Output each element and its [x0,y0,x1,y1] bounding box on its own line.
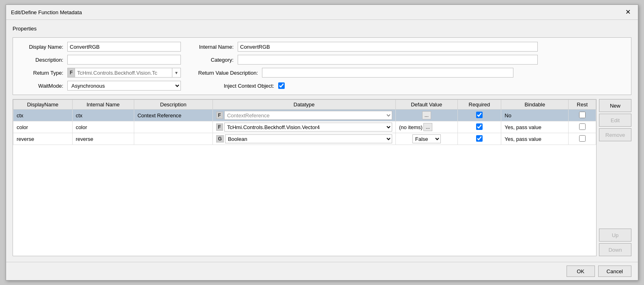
table-area: DisplayName Internal Name Description Da… [13,99,631,256]
inject-context-label: Inject Context Object: [201,83,274,89]
col-required: Required [457,100,501,110]
bindable-text: No [504,112,511,119]
remove-button[interactable]: Remove [599,128,631,141]
cell-display-name: ctx [13,110,73,121]
return-type-label: Return Type: [19,70,63,76]
cell-required [457,110,501,121]
side-buttons: New Edit Remove Up Down [599,99,631,256]
bindable-text: Yes, pass value [504,124,541,130]
title-bar: Edit/Define Function Metadata ✕ [6,5,638,20]
properties-group: Display Name: Internal Name: Description… [13,37,631,95]
col-datatype: Datatype [213,100,395,110]
cell-default-value: ... [396,110,458,121]
cell-display-name: color [13,121,73,133]
cell-datatype: F TcHmi.Controls.Beckhoff.Vision.Vector4 [213,121,395,133]
col-default-value: Default Value [396,100,458,110]
dt-badge: F [216,112,223,119]
dt-select[interactable]: TcHmi.Controls.Beckhoff.Vision.Vector4 [224,123,392,132]
close-button[interactable]: ✕ [623,8,633,16]
bindable-text: Yes, pass value [504,136,541,142]
defval-select[interactable]: False True [412,134,441,143]
cell-rest [569,121,596,133]
return-type-text: TcHmi.Controls.Beckhoff.Vision.Tc [75,69,172,77]
dialog-footer: OK Cancel [6,262,638,280]
required-checkbox[interactable] [476,123,483,130]
description-input[interactable] [67,55,181,65]
col-internal-name: Internal Name [72,100,134,110]
defval-text: (no items) [399,124,423,130]
new-button[interactable]: New [599,99,631,112]
edit-button[interactable]: Edit [599,114,631,127]
props-row-3: Return Type: F TcHmi.Controls.Beckhoff.V… [19,68,625,78]
rest-checkbox[interactable] [579,112,586,118]
cell-bindable: Yes, pass value [501,133,569,145]
cell-datatype: F ContextReference [213,110,395,121]
description-label: Description: [19,57,63,63]
table-row[interactable]: ctx ctx Context Reference F ContextRefer… [13,110,596,121]
parameters-table: DisplayName Internal Name Description Da… [13,99,596,145]
required-checkbox[interactable] [476,112,483,118]
display-name-input[interactable] [67,42,181,52]
rest-checkbox[interactable] [579,123,586,130]
up-button[interactable]: Up [599,229,631,242]
dt-select[interactable]: ContextReference [224,111,392,120]
dt-badge: G [216,135,224,142]
cell-bindable: No [501,110,569,121]
table-row[interactable]: color color F TcHmi.Controls.Beckhoff.Vi… [13,121,596,133]
return-type-dropdown-arrow[interactable]: ▼ [172,68,180,77]
wait-mode-select[interactable]: Asynchronous Synchronous [67,81,181,91]
internal-name-input[interactable] [238,42,538,52]
table-header-row: DisplayName Internal Name Description Da… [13,100,596,110]
cell-default-value: False True [396,133,458,145]
category-label: Category: [185,57,234,63]
col-display-name: DisplayName [13,100,73,110]
cell-internal-name: ctx [72,110,134,121]
dt-badge: F [216,123,223,131]
default-value-btn[interactable]: ... [423,123,432,131]
cell-description [134,121,213,133]
default-value-btn[interactable]: ... [422,111,431,119]
cancel-button[interactable]: Cancel [598,266,631,277]
cell-internal-name: color [72,121,134,133]
return-type-badge: F [68,68,75,77]
cell-rest [569,110,596,121]
table-row[interactable]: reverse reverse G Boolean [13,133,596,145]
display-name-label: Display Name: [19,44,63,50]
cell-required [457,121,501,133]
cell-rest [569,133,596,145]
inject-context-checkbox[interactable] [278,82,285,89]
internal-name-label: Internal Name: [185,44,234,50]
required-checkbox[interactable] [476,135,483,142]
dialog-title: Edit/Define Function Metadata [11,9,82,15]
ok-button[interactable]: OK [567,266,595,277]
category-input[interactable] [238,55,538,65]
cell-internal-name: reverse [72,133,134,145]
col-rest: Rest [569,100,596,110]
wait-mode-label: WaitMode: [19,83,63,89]
rest-checkbox[interactable] [579,135,586,142]
down-button[interactable]: Down [599,243,631,256]
cell-datatype: G Boolean [213,133,395,145]
edit-define-function-dialog: Edit/Define Function Metadata ✕ Properti… [6,4,638,281]
dt-select[interactable]: Boolean [225,134,392,143]
cell-display-name: reverse [13,133,73,145]
cell-required [457,133,501,145]
cell-bindable: Yes, pass value [501,121,569,133]
cell-description [134,133,213,145]
parameters-table-container: DisplayName Internal Name Description Da… [13,99,597,256]
props-row-1: Display Name: Internal Name: [19,42,625,52]
return-value-desc-input[interactable] [262,68,513,78]
col-bindable: Bindable [501,100,569,110]
properties-section-label: Properties [13,26,631,32]
props-row-4: WaitMode: Asynchronous Synchronous Injec… [19,81,625,91]
dialog-content: Properties Display Name: Internal Name: … [6,20,638,262]
props-row-2: Description: Category: [19,55,625,65]
return-value-desc-label: Return Value Description: [185,70,258,76]
cell-default-value: (no items) ... [396,121,458,133]
col-description: Description [134,100,213,110]
return-type-wrapper[interactable]: F TcHmi.Controls.Beckhoff.Vision.Tc ▼ [67,68,181,78]
cell-description: Context Reference [134,110,213,121]
